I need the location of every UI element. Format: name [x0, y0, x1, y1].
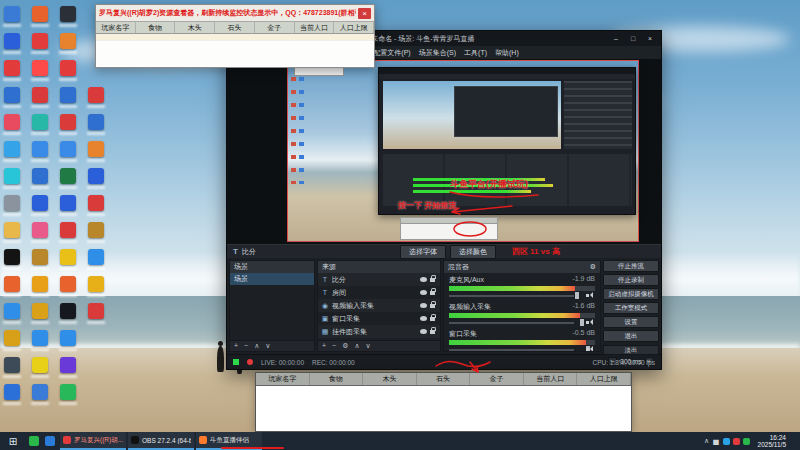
choose-font-button[interactable]: 选择字体 [400, 245, 446, 259]
toolbar-icon[interactable]: ⚙ [342, 341, 348, 351]
lock-icon[interactable] [430, 330, 435, 334]
desktop-icon[interactable] [4, 141, 20, 157]
desktop-icon[interactable] [60, 384, 76, 400]
desktop-icon[interactable] [32, 357, 48, 373]
taskbar-app-button[interactable]: 罗马复兴((R)胡... [60, 432, 126, 450]
control-button[interactable]: 停止推流 [603, 260, 659, 272]
desktop-icon[interactable] [88, 141, 104, 157]
control-button[interactable]: 退出 [603, 330, 659, 342]
source-item[interactable]: T 房间 [318, 286, 440, 299]
control-button[interactable]: 停止录制 [603, 274, 659, 286]
source-item[interactable]: ▣ 窗口采集 [318, 312, 440, 325]
desktop-icon[interactable] [88, 222, 104, 238]
close-icon[interactable]: × [358, 8, 371, 19]
desktop-icon[interactable] [32, 276, 48, 292]
volume-slider[interactable] [449, 319, 595, 326]
control-button[interactable]: 工作室模式 [603, 302, 659, 314]
pinned-app-icon[interactable] [29, 436, 39, 446]
desktop-icon[interactable] [4, 357, 20, 373]
desktop-icon[interactable] [60, 114, 76, 130]
menu-item[interactable]: 工具(T) [460, 48, 491, 58]
desktop-icon[interactable] [32, 222, 48, 238]
desktop-icon[interactable] [32, 114, 48, 130]
desktop-icon[interactable] [88, 87, 104, 103]
tray-app-icon[interactable] [743, 438, 750, 445]
desktop-icon[interactable] [88, 168, 104, 184]
toolbar-icon[interactable]: ∧ [254, 341, 259, 351]
desktop-icon[interactable] [60, 249, 76, 265]
toolbar-icon[interactable]: − [244, 341, 248, 351]
source-item[interactable]: ◉ 视频输入采集 [318, 299, 440, 312]
desktop-icon[interactable] [4, 6, 20, 22]
desktop-icon[interactable] [32, 60, 48, 76]
menu-item[interactable]: 配置文件(P) [369, 48, 414, 58]
visibility-eye-icon[interactable] [420, 303, 427, 308]
desktop-icon[interactable] [4, 276, 20, 292]
desktop-icon[interactable] [32, 195, 48, 211]
choose-color-button[interactable]: 选择颜色 [450, 245, 496, 259]
desktop-icon[interactable] [4, 168, 20, 184]
lock-icon[interactable] [430, 278, 435, 282]
desktop-icon[interactable] [32, 384, 48, 400]
gear-icon[interactable]: ⚙ [590, 263, 596, 271]
control-button[interactable]: 设置 [603, 316, 659, 328]
pinned-app-icon[interactable] [45, 436, 55, 446]
desktop-icon[interactable] [60, 168, 76, 184]
start-button[interactable]: ⊞ [0, 432, 26, 450]
desktop-icon[interactable] [88, 276, 104, 292]
desktop-icon[interactable] [4, 33, 20, 49]
desktop-icon[interactable] [4, 87, 20, 103]
toolbar-icon[interactable]: ∧ [354, 341, 359, 351]
screen-capture-source[interactable] [287, 60, 639, 242]
visibility-eye-icon[interactable] [420, 329, 427, 334]
visibility-eye-icon[interactable] [420, 277, 427, 282]
close-icon[interactable]: × [643, 35, 657, 42]
minimize-icon[interactable]: – [609, 35, 623, 42]
desktop-icon[interactable] [32, 168, 48, 184]
lock-icon[interactable] [430, 317, 435, 321]
lock-icon[interactable] [430, 304, 435, 308]
desktop-icon[interactable] [4, 384, 20, 400]
desktop-icon[interactable] [4, 222, 20, 238]
desktop-icon[interactable] [60, 33, 76, 49]
desktop-icon[interactable] [60, 60, 76, 76]
desktop-icon[interactable] [4, 60, 20, 76]
toolbar-icon[interactable]: ∨ [366, 341, 371, 351]
desktop-icon[interactable] [4, 330, 20, 346]
desktop-icon[interactable] [32, 33, 48, 49]
desktop-icon[interactable] [32, 330, 48, 346]
toolbar-icon[interactable]: + [234, 341, 238, 351]
control-button[interactable]: 启动虚拟摄像机 [603, 288, 659, 300]
volume-slider[interactable] [449, 292, 595, 299]
toolbar-icon[interactable]: ∨ [265, 341, 270, 351]
desktop-icon[interactable] [4, 303, 20, 319]
desktop-icon[interactable] [60, 6, 76, 22]
lock-icon[interactable] [430, 291, 435, 295]
visibility-eye-icon[interactable] [420, 316, 427, 321]
visibility-eye-icon[interactable] [420, 290, 427, 295]
desktop-icon[interactable] [60, 303, 76, 319]
desktop-icon[interactable] [60, 222, 76, 238]
desktop-icon[interactable] [60, 330, 76, 346]
desktop-icon[interactable] [60, 276, 76, 292]
slider-handle[interactable] [580, 319, 584, 326]
desktop-icon[interactable] [32, 141, 48, 157]
desktop-icon[interactable] [60, 87, 76, 103]
maximize-icon[interactable]: □ [626, 35, 640, 42]
desktop-icon[interactable] [88, 249, 104, 265]
taskbar-clock[interactable]: 16:24 2025/11/5 [754, 434, 790, 449]
transition-select[interactable]: 淡出 [603, 345, 659, 355]
tray-app-icon[interactable] [733, 438, 740, 445]
desktop-icon[interactable] [88, 303, 104, 319]
speaker-icon[interactable] [586, 292, 595, 299]
taskbar-app-button[interactable]: OBS 27.2.4 (64-bi... [128, 432, 194, 450]
desktop-icon[interactable] [32, 87, 48, 103]
desktop-icon[interactable] [60, 141, 76, 157]
toolbar-icon[interactable]: + [322, 341, 326, 351]
desktop-icon[interactable] [32, 6, 48, 22]
speaker-icon[interactable] [586, 319, 595, 326]
taskbar-app-button[interactable]: 斗鱼直播伴侣 [196, 432, 262, 450]
desktop-icon[interactable] [88, 195, 104, 211]
desktop-icon[interactable] [60, 195, 76, 211]
desktop-icon[interactable] [32, 303, 48, 319]
